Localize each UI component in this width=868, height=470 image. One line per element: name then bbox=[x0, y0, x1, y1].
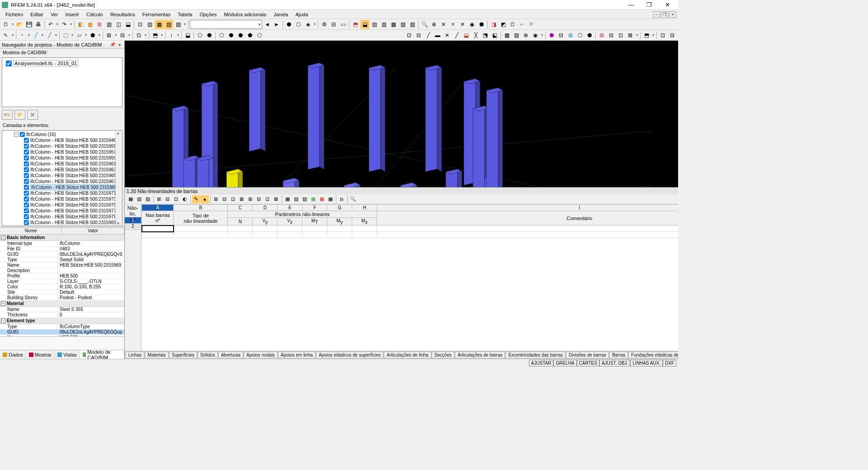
checkbox[interactable] bbox=[24, 173, 29, 178]
checkbox[interactable] bbox=[24, 208, 29, 213]
tool-icon[interactable]: ⊟ bbox=[118, 31, 127, 40]
prop-row[interactable]: TypeIfcColumnType bbox=[0, 324, 124, 329]
tool-icon[interactable]: ▤ bbox=[145, 20, 154, 29]
close-button[interactable]: ✕ bbox=[658, 0, 676, 9]
menu-ver[interactable]: Ver bbox=[47, 11, 62, 18]
row-2[interactable]: 2 bbox=[125, 224, 141, 230]
tool-icon[interactable]: ⊡ bbox=[658, 31, 667, 40]
tool-icon[interactable]: ⊡ bbox=[172, 195, 180, 203]
prop-group[interactable]: −Element type bbox=[0, 318, 124, 324]
tool-icon[interactable]: ⬓ bbox=[183, 31, 192, 40]
menu-modulos[interactable]: Módulos adicionais bbox=[220, 11, 270, 18]
save-icon[interactable]: 💾 bbox=[24, 20, 33, 29]
tool-icon[interactable]: ✕ bbox=[439, 20, 448, 29]
col-label[interactable]: Comentário bbox=[377, 211, 678, 226]
3d-viewport[interactable]: X Y Z X Y Z bbox=[125, 41, 678, 187]
tool-icon[interactable]: ╱ bbox=[45, 31, 54, 40]
tool-icon[interactable]: • bbox=[18, 31, 27, 40]
tool-icon[interactable]: ▨ bbox=[174, 20, 183, 29]
bottom-tab[interactable]: Secções bbox=[432, 352, 454, 358]
tool-icon[interactable]: ⬢ bbox=[284, 20, 293, 29]
tool-icon[interactable]: ⬓ bbox=[123, 20, 132, 29]
delete-icon[interactable]: ✕ bbox=[27, 110, 38, 120]
bottom-tab[interactable]: Linhas bbox=[126, 352, 144, 358]
prop-row[interactable]: SiteDefault bbox=[0, 290, 124, 295]
menu-tabela[interactable]: Tabela bbox=[174, 11, 196, 18]
bottom-tab[interactable]: Excentricidades das barras bbox=[505, 352, 566, 358]
tool-icon[interactable]: ▦ bbox=[127, 195, 135, 203]
menu-calculo[interactable]: Cálculo bbox=[83, 11, 107, 18]
bottom-tab[interactable]: Articulações de linha bbox=[384, 352, 431, 358]
tree-item[interactable]: IfcColumn - HEB Stütze:HEB 500:2315963 bbox=[3, 167, 121, 173]
tool-icon[interactable]: ◉ bbox=[467, 20, 476, 29]
prop-row[interactable]: Internal typeIfcColumn bbox=[0, 241, 124, 246]
minimize-button[interactable]: — bbox=[622, 0, 640, 9]
status-cartes[interactable]: CARTES bbox=[577, 360, 599, 367]
checkbox[interactable] bbox=[24, 197, 29, 202]
tool-icon[interactable]: ▦ bbox=[283, 195, 292, 203]
tool-icon[interactable]: ⬕ bbox=[490, 31, 499, 40]
collapse-icon[interactable]: − bbox=[14, 132, 19, 137]
tool-icon[interactable]: ▦ bbox=[318, 195, 326, 203]
status-grelha[interactable]: GRELHA bbox=[553, 360, 576, 367]
tool-icon[interactable]: ╱ bbox=[452, 31, 461, 40]
prop-row[interactable]: ColorR:100, G:100, B:255 bbox=[0, 284, 124, 290]
tool-icon[interactable]: ⊠ bbox=[238, 195, 246, 203]
mdi-minimize[interactable]: – bbox=[653, 11, 660, 18]
undo-icon[interactable]: ↶ bbox=[46, 20, 55, 29]
col-F[interactable]: F bbox=[302, 205, 327, 211]
print-icon[interactable]: 🖶 bbox=[34, 20, 43, 29]
checkbox[interactable] bbox=[20, 132, 25, 137]
prop-group[interactable]: −Basic information bbox=[0, 235, 124, 241]
tool-icon[interactable]: ⬡ bbox=[217, 31, 226, 40]
pointer-icon[interactable]: ↖ bbox=[1, 31, 10, 40]
tool-icon[interactable]: ⊞ bbox=[246, 195, 255, 203]
tool-icon[interactable]: ⤺ bbox=[518, 20, 527, 29]
prop-row[interactable]: Building StoreyPodest - Podest bbox=[0, 295, 124, 301]
checkbox[interactable] bbox=[24, 138, 29, 143]
tool-icon[interactable]: ⊟ bbox=[557, 31, 566, 40]
tool-icon[interactable]: ◨ bbox=[489, 20, 498, 29]
tool-icon[interactable]: ▧ bbox=[135, 195, 143, 203]
combo-1[interactable] bbox=[190, 20, 262, 29]
prop-row[interactable]: TypeSwept Solid bbox=[0, 257, 124, 263]
tree-item[interactable]: IfcColumn - HEB Stütze:HEB 500:2315975 bbox=[3, 202, 121, 208]
tree-item[interactable]: IfcColumn - HEB Stütze:HEB 500:2315971 bbox=[3, 190, 121, 196]
tool-icon[interactable]: ▦ bbox=[155, 20, 164, 29]
nav-left-icon[interactable]: ◄ bbox=[263, 20, 272, 29]
model-item[interactable]: Analysemodell.ifc - 2018_01 bbox=[4, 60, 120, 67]
tree-item[interactable]: IfcColumn - HEB Stütze:HEB 500:2315973 bbox=[3, 196, 121, 202]
tree-item[interactable]: IfcColumn - HEB Stütze:HEB 500:2315965 bbox=[3, 173, 121, 179]
tool-icon[interactable]: ⊞ bbox=[597, 31, 606, 40]
tool-icon[interactable]: ◩ bbox=[499, 20, 508, 29]
tool-icon[interactable]: ▨ bbox=[144, 195, 152, 203]
tool-icon[interactable]: 🔍 bbox=[420, 20, 429, 29]
tool-icon[interactable]: ▨ bbox=[408, 20, 417, 29]
tool-icon[interactable]: ⬟ bbox=[245, 31, 255, 40]
tool-icon[interactable]: ▧ bbox=[164, 20, 173, 29]
tool-icon[interactable]: ▥ bbox=[104, 20, 113, 29]
new-icon[interactable]: 🗋 bbox=[1, 20, 10, 29]
bottom-tab[interactable]: Apoios nodais bbox=[244, 352, 278, 358]
col-label[interactable]: Tipo de não linearidade bbox=[174, 211, 228, 226]
col-valor[interactable]: Valor bbox=[62, 227, 124, 234]
menu-janela[interactable]: Janela bbox=[270, 11, 292, 18]
redo-icon[interactable]: ↷ bbox=[60, 20, 69, 29]
tool-icon[interactable]: ⊟ bbox=[255, 195, 263, 203]
tool-icon[interactable]: ╱ bbox=[424, 31, 433, 40]
tool-icon[interactable]: ▨ bbox=[301, 195, 309, 203]
prop-row[interactable]: GUID08uLDE2oL4gAYPREQEGQvS bbox=[0, 252, 124, 257]
prop-row[interactable]: File ID#483 bbox=[0, 246, 124, 252]
tool-icon[interactable]: ⊠ bbox=[272, 195, 280, 203]
menu-ajuda[interactable]: Ajuda bbox=[292, 11, 311, 18]
col-label[interactable]: Vy bbox=[253, 218, 278, 226]
checkbox[interactable] bbox=[24, 150, 29, 155]
tool-icon[interactable]: ╱ bbox=[31, 31, 40, 40]
left-tab[interactable]: Mostrar bbox=[26, 350, 55, 359]
checkbox[interactable] bbox=[24, 214, 29, 219]
tool-icon[interactable]: ╳ bbox=[471, 31, 480, 40]
bottom-tab[interactable]: Apoios elásticos de superfícies bbox=[316, 352, 383, 358]
bottom-tab[interactable]: Aberturas bbox=[218, 352, 243, 358]
tool-icon[interactable]: ⊕ bbox=[429, 20, 439, 29]
tool-icon[interactable]: ⊡ bbox=[229, 195, 237, 203]
